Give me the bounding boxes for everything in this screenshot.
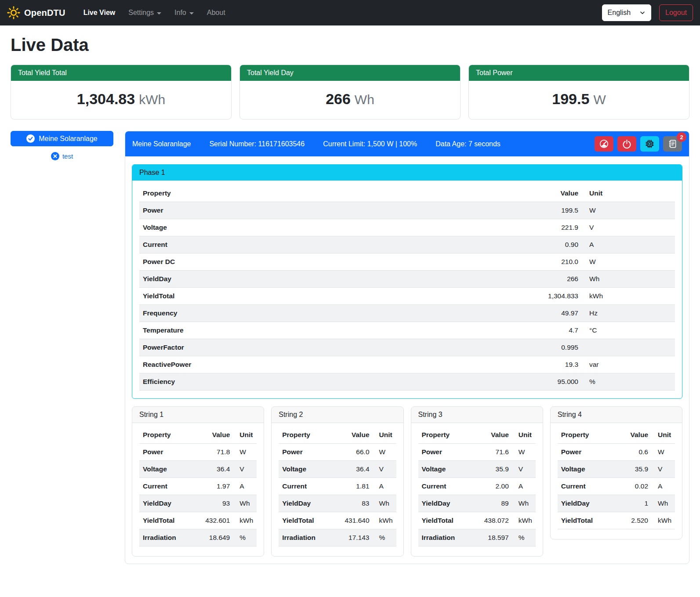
value-cell: 95.000 — [541, 373, 582, 391]
string-2-card: String 2 Property Value Unit — [271, 406, 403, 557]
inverter-card: Meine Solaranlage Serial Number: 1161716… — [125, 131, 689, 564]
limit-settings-button[interactable] — [595, 136, 613, 152]
unit-cell: kWh — [373, 512, 396, 529]
value-cell: 0.6 — [620, 444, 652, 461]
unit-cell: kWh — [233, 512, 257, 529]
card-unit: Wh — [355, 92, 374, 107]
property-cell: Irradiation — [418, 529, 481, 546]
column-header-unit: Unit — [233, 427, 257, 444]
table-row: Power66.0W — [279, 444, 396, 461]
property-cell: Current — [279, 478, 341, 495]
unit-cell: W — [233, 444, 257, 461]
inverter-card-header: Meine Solaranlage Serial Number: 1161716… — [125, 131, 689, 156]
property-cell: Voltage — [418, 461, 481, 478]
property-cell: Voltage — [558, 461, 620, 478]
unit-cell: Wh — [512, 495, 536, 512]
table-row: ReactivePower19.3var — [139, 356, 675, 373]
property-cell: Power — [139, 444, 202, 461]
card-title: Total Yield Day — [240, 65, 460, 81]
property-cell: YieldDay — [558, 495, 620, 512]
unit-cell: V — [373, 461, 396, 478]
unit-cell: V — [512, 461, 536, 478]
column-header-property: Property — [558, 427, 620, 444]
value-cell: 432.601 — [202, 512, 233, 529]
table-row: Voltage35.9V — [418, 461, 536, 478]
language-select[interactable]: English — [602, 4, 651, 21]
logout-button[interactable]: Logout — [659, 4, 693, 21]
table-row: YieldTotal1,304.833kWh — [139, 288, 675, 305]
table-row: YieldTotal2.520kWh — [558, 512, 675, 529]
nav-item-live-view[interactable]: Live View — [77, 5, 122, 21]
value-cell: 19.3 — [541, 356, 582, 373]
unit-cell: W — [582, 253, 675, 271]
value-cell: 266 — [541, 271, 582, 288]
nav-item-label: Settings — [128, 9, 154, 17]
x-circle-icon — [51, 152, 59, 160]
table-row: Current0.90A — [139, 236, 675, 253]
page-title: Live Data — [11, 35, 689, 55]
value-cell: 210.0 — [541, 253, 582, 271]
string-table: Property Value Unit Power0.6WVoltage35.9… — [558, 427, 675, 529]
value-cell: 431.640 — [341, 512, 373, 529]
table-row: Frequency49.97Hz — [139, 305, 675, 322]
table-row: YieldDay83Wh — [279, 495, 396, 512]
phase-1-card: Phase 1 Property Value Unit Power199.5WV… — [132, 164, 682, 399]
property-cell: YieldDay — [139, 271, 541, 288]
unit-cell: var — [582, 356, 675, 373]
property-cell: Voltage — [279, 461, 341, 478]
property-cell: Irradiation — [139, 529, 202, 546]
table-row: Current1.97A — [139, 478, 257, 495]
value-cell: 89 — [481, 495, 512, 512]
table-row: Voltage35.9V — [558, 461, 675, 478]
property-cell: Irradiation — [279, 529, 341, 546]
value-cell: 1.97 — [202, 478, 233, 495]
nav-item-about[interactable]: About — [200, 5, 232, 21]
device-info-button[interactable] — [640, 136, 659, 152]
card-value: 199.5 — [552, 90, 589, 107]
property-cell: Current — [418, 478, 481, 495]
unit-cell — [582, 339, 675, 356]
unit-cell: A — [652, 478, 675, 495]
nav-item-label: Live View — [83, 9, 116, 17]
inverter-meta: Meine Solaranlage Serial Number: 1161716… — [132, 140, 501, 148]
property-cell: YieldTotal — [418, 512, 481, 529]
string-card-title: String 1 — [132, 407, 264, 423]
table-row: Voltage36.4V — [279, 461, 396, 478]
column-header-value: Value — [202, 427, 233, 444]
power-button[interactable] — [617, 136, 636, 152]
sidebar-item-meine-solaranlage[interactable]: Meine Solaranlage — [11, 131, 113, 146]
value-cell: 221.9 — [541, 219, 582, 236]
inverter-data-age: Data Age: 7 seconds — [435, 140, 501, 148]
unit-cell: A — [582, 236, 675, 253]
nav-item-info[interactable]: Info — [168, 5, 200, 21]
value-cell: 66.0 — [341, 444, 373, 461]
unit-cell: % — [233, 529, 257, 546]
nav-item-label: Info — [174, 9, 186, 17]
value-cell: 0.995 — [541, 339, 582, 356]
unit-cell: V — [652, 461, 675, 478]
property-cell: Power — [558, 444, 620, 461]
string-card-title: String 3 — [411, 407, 543, 423]
table-row: Voltage221.9V — [139, 219, 675, 236]
brand[interactable]: OpenDTU — [7, 6, 65, 19]
card-body: 199.5W — [469, 81, 689, 119]
card-body: 266Wh — [240, 81, 460, 119]
nav-item-settings[interactable]: Settings — [122, 5, 168, 21]
event-log-button[interactable]: 2 — [663, 136, 682, 152]
string-card-title: String 4 — [551, 407, 682, 423]
sidebar-item-test[interactable]: test — [11, 152, 113, 160]
property-cell: ReactivePower — [139, 356, 541, 373]
unit-cell: V — [233, 461, 257, 478]
inverter-name: Meine Solaranlage — [132, 140, 191, 148]
table-row: Efficiency95.000% — [139, 373, 675, 391]
property-cell: YieldTotal — [139, 288, 541, 305]
unit-cell: Wh — [373, 495, 396, 512]
card-value: 266 — [326, 90, 351, 107]
table-row: YieldDay89Wh — [418, 495, 536, 512]
unit-cell: % — [373, 529, 396, 546]
string-3-card: String 3 Property Value Unit — [411, 406, 543, 557]
inverter-actions: 2 — [595, 136, 682, 152]
property-cell: Current — [558, 478, 620, 495]
table-row: Current0.02A — [558, 478, 675, 495]
unit-cell: kWh — [582, 288, 675, 305]
